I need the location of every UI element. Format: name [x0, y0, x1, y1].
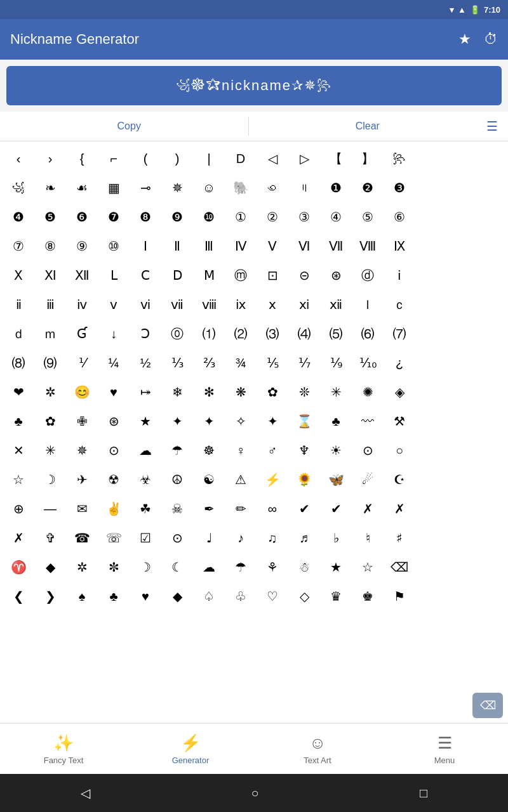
symbol-cell[interactable]: ☀: [320, 436, 352, 465]
symbol-cell[interactable]: ♧: [225, 582, 257, 611]
symbol-cell[interactable]: ✧: [225, 407, 257, 436]
symbol-cell[interactable]: Ↄ: [130, 319, 161, 348]
symbol-cell[interactable]: ☁: [130, 436, 161, 465]
symbol-cell[interactable]: ⊛: [98, 407, 130, 436]
symbol-cell[interactable]: ❧: [34, 173, 66, 202]
symbol-cell[interactable]: ①: [225, 202, 257, 232]
symbol-cell[interactable]: ★: [130, 407, 161, 436]
symbol-cell[interactable]: 】: [352, 144, 384, 173]
symbol-cell[interactable]: ♣: [3, 407, 34, 436]
symbol-cell[interactable]: Ⅶ: [320, 232, 352, 261]
symbol-cell[interactable]: ☙: [66, 173, 98, 202]
recent-button[interactable]: □: [420, 786, 427, 801]
symbol-cell[interactable]: ✲: [66, 553, 98, 582]
nav-fancy-text[interactable]: ✨ Fancy Text: [0, 724, 127, 774]
symbol-cell[interactable]: ✗: [3, 523, 34, 553]
symbol-cell[interactable]: ⅑: [320, 348, 352, 377]
symbol-cell[interactable]: ☸: [193, 436, 225, 465]
symbol-cell[interactable]: ♪: [225, 523, 257, 553]
symbol-cell[interactable]: Ɠ: [66, 319, 98, 348]
symbol-cell[interactable]: ✿: [34, 407, 66, 436]
symbol-cell[interactable]: ⑵: [225, 319, 257, 348]
symbol-cell[interactable]: ✳: [320, 377, 352, 407]
nav-text-art[interactable]: ☺ Text Art: [254, 724, 381, 774]
symbol-cell[interactable]: ○: [384, 436, 415, 465]
symbol-cell[interactable]: ⅴ: [98, 290, 130, 319]
symbol-cell[interactable]: ⓜ: [225, 261, 257, 290]
symbol-cell[interactable]: ⌫: [384, 553, 415, 582]
symbol-cell[interactable]: ☑: [130, 523, 161, 553]
history-icon[interactable]: ⏱: [484, 31, 498, 48]
symbol-cell[interactable]: ③: [288, 202, 320, 232]
symbol-cell[interactable]: ⅓: [161, 348, 193, 377]
symbol-cell[interactable]: 🐘: [225, 173, 257, 202]
symbol-cell[interactable]: ☣: [130, 465, 161, 494]
symbol-cell[interactable]: 【: [320, 144, 352, 173]
symbol-cell[interactable]: ☺: [193, 173, 225, 202]
symbol-cell[interactable]: ✵: [161, 173, 193, 202]
symbol-cell[interactable]: ☂: [161, 436, 193, 465]
symbol-cell[interactable]: ☆: [352, 553, 384, 582]
symbol-cell[interactable]: ④: [320, 202, 352, 232]
symbol-cell[interactable]: ⅷ: [193, 290, 225, 319]
symbol-cell[interactable]: ✦: [257, 407, 288, 436]
nav-generator[interactable]: ⚡ Generator: [127, 724, 254, 774]
symbol-cell[interactable]: ♀: [225, 436, 257, 465]
symbol-cell[interactable]: |: [193, 144, 225, 173]
symbol-cell[interactable]: ⤅: [130, 377, 161, 407]
symbol-cell[interactable]: ❸: [384, 173, 415, 202]
symbol-cell[interactable]: ▷: [288, 144, 320, 173]
symbol-cell[interactable]: ⑦: [3, 232, 34, 261]
symbol-cell[interactable]: ⑴: [193, 319, 225, 348]
symbol-cell[interactable]: ⑺: [384, 319, 415, 348]
symbol-cell[interactable]: ❼: [98, 202, 130, 232]
symbol-cell[interactable]: ◈: [384, 377, 415, 407]
symbol-cell[interactable]: ⑼: [34, 348, 66, 377]
symbol-cell[interactable]: ✦: [161, 407, 193, 436]
symbol-cell[interactable]: ⌛: [288, 407, 320, 436]
symbol-cell[interactable]: ⅐: [288, 348, 320, 377]
symbol-cell[interactable]: ★: [320, 553, 352, 582]
symbol-cell[interactable]: ⅸ: [225, 290, 257, 319]
symbol-cell[interactable]: ☎: [66, 523, 98, 553]
symbol-cell[interactable]: 🌻: [288, 465, 320, 494]
symbol-cell[interactable]: ♈: [3, 553, 34, 582]
symbol-cell[interactable]: ♩: [193, 523, 225, 553]
symbol-cell[interactable]: ⑨: [66, 232, 98, 261]
symbol-cell[interactable]: ✺: [352, 377, 384, 407]
symbol-cell[interactable]: ♮: [352, 523, 384, 553]
symbol-cell[interactable]: 〰: [352, 407, 384, 436]
symbol-cell[interactable]: ◇: [288, 582, 320, 611]
symbol-cell[interactable]: ꧂: [384, 144, 415, 173]
symbol-cell[interactable]: ⅳ: [66, 290, 98, 319]
symbol-cell[interactable]: ☯: [193, 465, 225, 494]
symbol-cell[interactable]: ⚑: [384, 582, 415, 611]
symbol-cell[interactable]: ⅔: [193, 348, 225, 377]
symbol-cell[interactable]: ❾: [161, 202, 193, 232]
symbol-cell[interactable]: ⅒: [352, 348, 384, 377]
symbol-cell[interactable]: ✻: [193, 377, 225, 407]
symbol-cell[interactable]: Ⅳ: [225, 232, 257, 261]
symbol-cell[interactable]: ｌ: [352, 290, 384, 319]
symbol-cell[interactable]: ⚒: [384, 407, 415, 436]
symbol-cell[interactable]: ✔: [288, 494, 320, 523]
symbol-cell[interactable]: ✙: [66, 407, 98, 436]
symbol-cell[interactable]: ❯: [34, 582, 66, 611]
symbol-cell[interactable]: ☠: [161, 494, 193, 523]
symbol-cell[interactable]: ♤: [193, 582, 225, 611]
symbol-cell[interactable]: ¼: [98, 348, 130, 377]
symbol-cell[interactable]: ⊙: [161, 523, 193, 553]
symbol-cell[interactable]: ❹: [3, 202, 34, 232]
symbol-cell[interactable]: ⓪: [161, 319, 193, 348]
symbol-cell[interactable]: ✲: [34, 377, 66, 407]
clear-button[interactable]: Clear: [249, 121, 487, 132]
symbol-cell[interactable]: ☄: [352, 465, 384, 494]
symbol-cell[interactable]: Ⅰ: [130, 232, 161, 261]
symbol-cell[interactable]: ♛: [320, 582, 352, 611]
symbol-cell[interactable]: ⅰ: [384, 261, 415, 290]
symbol-cell[interactable]: ⑶: [257, 319, 288, 348]
copy-button[interactable]: Copy: [10, 121, 248, 132]
symbol-cell[interactable]: ‹: [3, 144, 34, 173]
symbol-cell[interactable]: ✳: [34, 436, 66, 465]
symbol-cell[interactable]: ✒: [193, 494, 225, 523]
